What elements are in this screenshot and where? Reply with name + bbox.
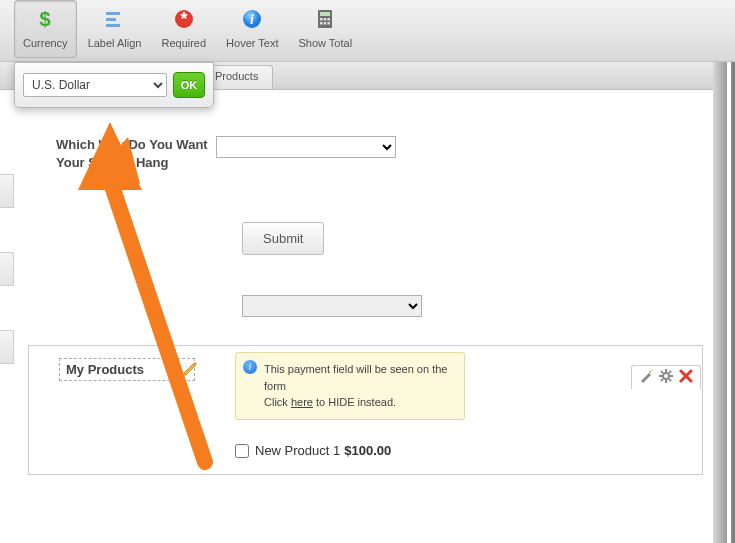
payment-section-label: My Products bbox=[66, 362, 144, 377]
info-icon: i bbox=[240, 7, 264, 31]
product-name: New Product 1 bbox=[255, 443, 340, 458]
svg-rect-14 bbox=[324, 22, 327, 25]
form-canvas: Which Way Do You Want Your Sign to Hang … bbox=[22, 90, 709, 541]
svg-rect-2 bbox=[106, 18, 116, 21]
side-stub bbox=[0, 252, 14, 286]
payment-info-tip: i This payment field will be seen on the… bbox=[235, 352, 465, 420]
submit-button[interactable]: Submit bbox=[242, 222, 324, 255]
svg-rect-13 bbox=[320, 22, 323, 25]
ok-button[interactable]: OK bbox=[173, 72, 205, 98]
question-select[interactable] bbox=[216, 136, 396, 158]
svg-rect-11 bbox=[324, 18, 327, 21]
toolbar-label: Required bbox=[161, 37, 206, 49]
svg-rect-15 bbox=[328, 22, 331, 25]
svg-rect-1 bbox=[106, 12, 120, 15]
side-stub bbox=[0, 174, 14, 208]
submit-row: Submit bbox=[22, 182, 709, 295]
payment-label-box[interactable]: My Products bbox=[59, 358, 195, 381]
tip-line1: This payment field will be seen on the f… bbox=[264, 363, 447, 392]
side-stub bbox=[0, 330, 14, 364]
info-icon: i bbox=[243, 360, 257, 374]
svg-rect-10 bbox=[320, 18, 323, 21]
extra-select-row bbox=[22, 295, 709, 327]
svg-text:i: i bbox=[250, 12, 254, 27]
toolbar-btn-labelalign[interactable]: Label Align bbox=[79, 0, 151, 58]
asterisk-icon: * bbox=[172, 7, 196, 31]
calculator-icon bbox=[313, 7, 337, 31]
toolbar: $ Currency Label Align * Required bbox=[0, 0, 735, 62]
svg-text:*: * bbox=[180, 9, 187, 29]
currency-popover: U.S. Dollar OK bbox=[14, 62, 214, 108]
toolbar-btn-currency[interactable]: $ Currency bbox=[14, 0, 77, 58]
toolbar-label: Label Align bbox=[88, 37, 142, 49]
pencil-icon[interactable] bbox=[182, 361, 198, 377]
toolbar-btn-required[interactable]: * Required bbox=[152, 0, 215, 58]
toolbar-label: Show Total bbox=[298, 37, 352, 49]
label-align-icon bbox=[103, 7, 127, 31]
page-edge bbox=[713, 62, 735, 543]
svg-rect-3 bbox=[106, 24, 120, 27]
currency-select[interactable]: U.S. Dollar bbox=[23, 73, 167, 97]
question-label: Which Way Do You Want Your Sign to Hang bbox=[56, 136, 216, 172]
toolbar-btn-hovertext[interactable]: i Hover Text bbox=[217, 0, 287, 58]
payment-field-block[interactable]: My Products i This payment field will be… bbox=[28, 345, 703, 475]
dollar-icon: $ bbox=[33, 7, 57, 31]
tip-hide-link[interactable]: here bbox=[291, 396, 313, 408]
extra-select[interactable] bbox=[242, 295, 422, 317]
question-row: Which Way Do You Want Your Sign to Hang bbox=[22, 126, 709, 182]
toolbar-label: Hover Text bbox=[226, 37, 278, 49]
product-price: $100.00 bbox=[344, 443, 391, 458]
toolbar-label: Currency bbox=[23, 37, 68, 49]
toolbar-btn-showtotal[interactable]: Show Total bbox=[289, 0, 361, 58]
tip-suffix: to HIDE instead. bbox=[313, 396, 396, 408]
svg-text:$: $ bbox=[40, 8, 51, 30]
svg-rect-12 bbox=[328, 18, 331, 21]
product-line: New Product 1 $100.00 bbox=[235, 443, 686, 458]
product-checkbox[interactable] bbox=[235, 444, 249, 458]
svg-rect-9 bbox=[320, 12, 330, 16]
tip-prefix: Click bbox=[264, 396, 291, 408]
